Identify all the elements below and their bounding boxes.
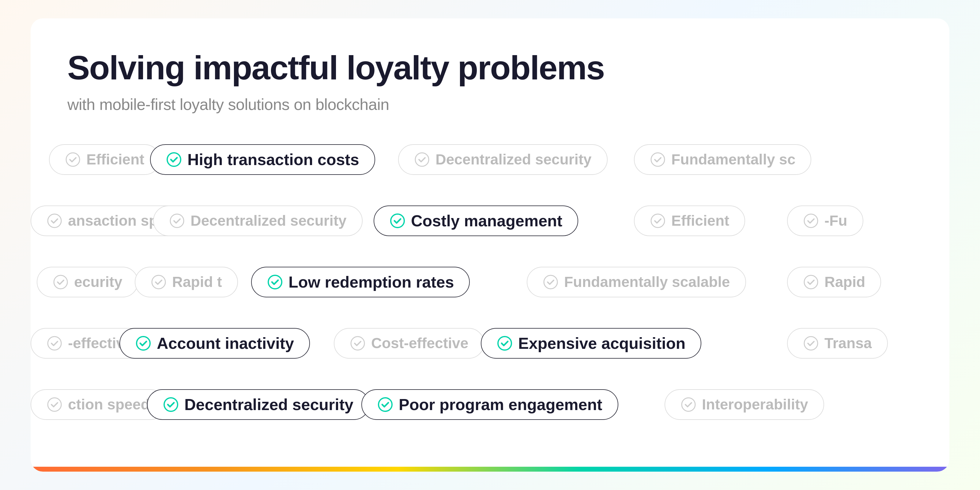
pill-decentralized-security-main: Decentralized security (147, 389, 369, 420)
pill-label: Expensive acquisition (518, 335, 686, 351)
pill-label: Efficient (671, 213, 729, 228)
svg-point-16 (351, 337, 364, 350)
pill-fundamentally-scalable: Fundamentally scalable (527, 267, 746, 298)
bottom-bar (30, 467, 950, 472)
pill-transa-1: Transa (787, 328, 888, 359)
pill-fu-1: -Fu (787, 205, 863, 236)
pill-label: Rapid t (172, 275, 222, 290)
pill-label: ecurity (74, 275, 122, 290)
pill-interoperability: Interoperability (665, 389, 824, 420)
pill-label: ction speed (68, 397, 150, 412)
pill-ction-speed-1: ction speed (30, 389, 166, 420)
pill-rapid-2: Rapid (787, 267, 881, 298)
pill-label: Fundamentally sc (671, 152, 795, 167)
pills-area: Efficient High transaction costs Decentr… (67, 144, 913, 453)
pill-label: Poor program engagement (399, 396, 602, 412)
pill-label: Decentralized security (436, 152, 592, 167)
pill-label: Rapid (824, 275, 865, 290)
pill-poor-program-engagement: Poor program engagement (361, 389, 618, 420)
page-title: Solving impactful loyalty problems (67, 49, 913, 86)
pill-decentralized-security-1: Decentralized security (398, 144, 608, 175)
svg-point-4 (48, 214, 61, 228)
svg-point-10 (152, 275, 165, 289)
pill-label: Interoperability (702, 397, 808, 412)
svg-point-17 (498, 337, 511, 350)
pill-efficient-2: Efficient (634, 205, 745, 236)
svg-point-18 (804, 337, 818, 350)
pill-low-redemption-rates: Low redemption rates (251, 267, 470, 298)
pill-fundamentally-1: Fundamentally sc (634, 144, 811, 175)
svg-point-9 (54, 275, 67, 289)
pill-efficient-1: Efficient (49, 144, 160, 175)
pill-label: Low redemption rates (288, 274, 454, 290)
page-wrapper: Solving impactful loyalty problems with … (30, 18, 950, 472)
pill-label: Account inactivity (157, 335, 294, 351)
svg-point-6 (391, 214, 404, 228)
svg-point-12 (544, 275, 557, 289)
svg-point-0 (66, 153, 80, 166)
pill-costly-management: Costly management (374, 205, 578, 236)
pill-high-transaction-costs: High transaction costs (150, 144, 375, 175)
svg-point-14 (48, 337, 61, 350)
pill-label: -Fu (824, 213, 847, 228)
svg-point-11 (268, 275, 282, 289)
pill-label: Efficient (86, 152, 144, 167)
svg-point-5 (170, 214, 184, 228)
pill-security-1: ecurity (37, 267, 138, 298)
pill-label: Fundamentally scalable (564, 275, 730, 290)
svg-point-8 (804, 214, 818, 228)
svg-point-3 (651, 153, 665, 166)
svg-point-22 (682, 398, 695, 411)
pill-rapid-1: Rapid t (135, 267, 238, 298)
pill-label: Decentralized security (191, 213, 347, 228)
header: Solving impactful loyalty problems with … (67, 49, 913, 114)
svg-point-2 (415, 153, 429, 166)
pill-label: Transa (824, 336, 872, 351)
svg-point-15 (137, 337, 150, 350)
svg-point-13 (804, 275, 818, 289)
pill-cost-effective-2: Cost-effective (334, 328, 484, 359)
page-subtitle: with mobile-first loyalty solutions on b… (67, 95, 913, 114)
svg-point-20 (164, 398, 178, 411)
pill-decentralized-security-2: Decentralized security (153, 205, 363, 236)
pill-label: Costly management (411, 213, 562, 229)
pill-account-inactivity: Account inactivity (119, 328, 310, 359)
pill-label: Decentralized security (185, 396, 353, 412)
svg-point-7 (651, 214, 665, 228)
pill-expensive-acquisition: Expensive acquisition (481, 328, 701, 359)
svg-point-21 (379, 398, 392, 411)
svg-point-19 (48, 398, 61, 411)
pill-label: High transaction costs (188, 151, 359, 167)
pill-label: Cost-effective (371, 336, 468, 351)
svg-point-1 (167, 153, 181, 166)
